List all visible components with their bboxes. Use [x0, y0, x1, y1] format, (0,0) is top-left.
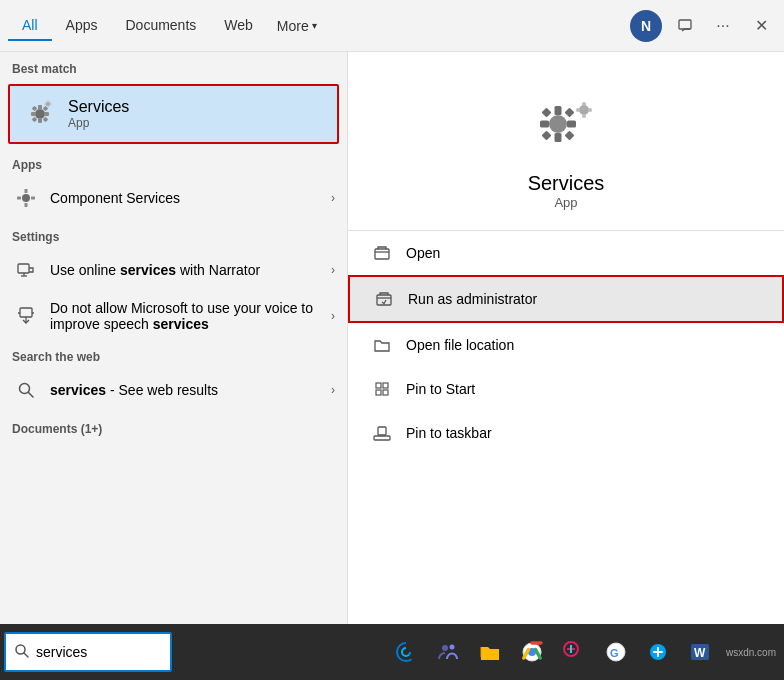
svg-point-23	[549, 115, 567, 133]
list-item-web-search[interactable]: services - See web results ›	[0, 368, 347, 412]
taskbar-teams-icon[interactable]	[428, 632, 468, 672]
svg-rect-31	[565, 131, 575, 141]
best-match-subtitle: App	[68, 116, 129, 130]
tab-all[interactable]: All	[8, 11, 52, 41]
web-bold: services	[50, 382, 106, 398]
tab-documents[interactable]: Documents	[111, 11, 210, 41]
taskbar-chrome-icon[interactable]	[512, 632, 552, 672]
svg-text:G: G	[610, 647, 619, 659]
tab-web[interactable]: Web	[210, 11, 267, 41]
arrow-icon-4: ›	[331, 383, 335, 397]
docs-section-label: Documents (1+)	[0, 412, 347, 440]
settings-section-label: Settings	[0, 220, 347, 248]
list-item-voice-services[interactable]: Do not allow Microsoft to use your voice…	[0, 292, 347, 340]
svg-point-32	[579, 105, 589, 115]
list-item-narrator-services[interactable]: Use online services with Narrator ›	[0, 248, 347, 292]
svg-rect-35	[576, 108, 580, 112]
chevron-down-icon: ▾	[312, 20, 317, 31]
arrow-icon-2: ›	[331, 263, 335, 277]
folder-icon	[372, 335, 392, 355]
svg-rect-41	[376, 390, 381, 395]
nav-right-area: N ··· ✕	[630, 10, 776, 42]
services-large-icon	[526, 92, 606, 172]
left-panel: Best match	[0, 52, 348, 624]
app-detail-header: Services App	[348, 52, 784, 231]
voice-bold: services	[153, 316, 209, 332]
best-match-title: Services	[68, 98, 129, 116]
taskbar-slack-icon[interactable]	[554, 632, 594, 672]
action-run-as-admin[interactable]: Run as administrator	[348, 275, 784, 323]
svg-rect-14	[50, 103, 52, 105]
svg-rect-37	[375, 249, 389, 259]
svg-rect-39	[376, 383, 381, 388]
best-match-info: Services App	[68, 98, 129, 130]
tab-apps[interactable]: Apps	[52, 11, 112, 41]
svg-rect-18	[17, 197, 21, 200]
open-label: Open	[406, 245, 440, 261]
feedback-icon[interactable]	[670, 11, 700, 41]
right-panel: Services App Open	[348, 52, 784, 624]
right-app-title: Services	[528, 172, 605, 195]
open-file-location-label: Open file location	[406, 337, 514, 353]
svg-rect-19	[31, 197, 35, 200]
svg-rect-36	[588, 108, 592, 112]
pin-taskbar-label: Pin to taskbar	[406, 425, 492, 441]
svg-text:W: W	[694, 646, 706, 660]
svg-rect-3	[38, 118, 42, 123]
svg-rect-2	[38, 105, 42, 110]
more-options-icon[interactable]: ···	[708, 11, 738, 41]
svg-point-15	[22, 194, 30, 202]
svg-rect-33	[582, 102, 586, 106]
pintask-icon	[372, 423, 392, 443]
component-services-icon	[12, 184, 40, 212]
run-as-admin-label: Run as administrator	[408, 291, 537, 307]
svg-point-1	[35, 109, 45, 119]
avatar[interactable]: N	[630, 10, 662, 42]
voice-label: Do not allow Microsoft to use your voice…	[50, 300, 331, 332]
taskbar-edge-icon[interactable]	[386, 632, 426, 672]
svg-rect-43	[374, 436, 390, 440]
open-icon	[372, 243, 392, 263]
watermark: wsxdn.com	[726, 647, 776, 658]
taskbar-icon-7[interactable]	[638, 632, 678, 672]
search-box[interactable]	[4, 632, 172, 672]
tab-more[interactable]: More ▾	[267, 12, 327, 40]
pin-start-label: Pin to Start	[406, 381, 475, 397]
taskbar-search-input[interactable]	[36, 644, 156, 660]
close-icon[interactable]: ✕	[746, 11, 776, 41]
action-open-file-location[interactable]: Open file location	[348, 323, 784, 367]
svg-rect-44	[378, 427, 386, 435]
action-pin-taskbar[interactable]: Pin to taskbar	[348, 411, 784, 455]
top-navigation: All Apps Documents Web More ▾ N ··· ✕	[0, 0, 784, 52]
svg-rect-4	[31, 112, 36, 116]
arrow-icon-3: ›	[331, 309, 335, 323]
right-app-subtitle: App	[554, 195, 577, 210]
taskbar-explorer-icon[interactable]	[470, 632, 510, 672]
best-match-item-services[interactable]: Services App	[8, 84, 339, 144]
narrator-icon	[12, 256, 40, 284]
svg-rect-0	[679, 20, 691, 29]
pin-icon	[372, 379, 392, 399]
voice-icon	[12, 302, 40, 330]
svg-rect-16	[25, 189, 28, 193]
svg-rect-29	[565, 108, 575, 118]
svg-rect-24	[555, 106, 562, 115]
svg-rect-40	[383, 383, 388, 388]
taskbar-icons-area: G W wsxdn.com	[386, 632, 784, 672]
taskbar-google-icon[interactable]: G	[596, 632, 636, 672]
component-services-label: Component Services	[50, 190, 331, 206]
svg-rect-27	[567, 121, 576, 128]
svg-rect-5	[44, 112, 49, 116]
action-open[interactable]: Open	[348, 231, 784, 275]
action-pin-start[interactable]: Pin to Start	[348, 367, 784, 411]
best-match-label: Best match	[0, 52, 347, 80]
svg-point-46	[442, 645, 448, 651]
svg-rect-30	[542, 131, 552, 141]
narrator-bold: services	[120, 262, 176, 278]
apps-section-label: Apps	[0, 148, 347, 176]
list-item-component-services[interactable]: Component Services ›	[0, 176, 347, 220]
svg-rect-25	[555, 133, 562, 142]
taskbar-word-icon[interactable]: W	[680, 632, 720, 672]
svg-rect-11	[47, 100, 49, 102]
svg-rect-28	[542, 108, 552, 118]
